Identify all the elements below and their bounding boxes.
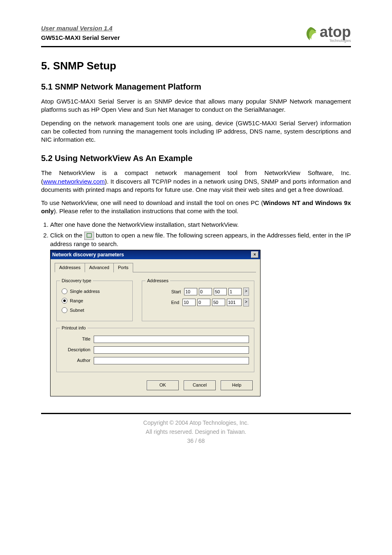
radio-icon (62, 307, 67, 313)
para-4: To use NetworkView, one will need to dow… (41, 199, 351, 216)
rights: All rights reserved. Designed in Taiwan. (41, 427, 351, 436)
printout-info-group: Printout info Title Description Author (56, 328, 254, 372)
page-number: 36 / 68 (41, 436, 351, 445)
para-1: Atop GW51C-MAXI Serial Server is an SNMP… (41, 97, 351, 114)
tab-ports[interactable]: Ports (113, 263, 133, 272)
para-2: Depending on the network management tool… (41, 119, 351, 144)
instruction-list: After one have done the NetworkView inst… (41, 221, 351, 396)
network-discovery-dialog: Network discovery parameters × Addresses… (50, 250, 261, 396)
radio-icon (62, 298, 67, 304)
page-header: User manual Version 1.4 GW51C-MAXI Seria… (41, 25, 351, 47)
description-input[interactable] (94, 346, 249, 354)
heading-1: 5. SNMP Setup (41, 60, 351, 72)
cancel-button[interactable]: Cancel (184, 380, 216, 390)
tab-advanced[interactable]: Advanced (85, 263, 114, 272)
radio-icon (62, 288, 67, 294)
end-spin[interactable]: > (243, 298, 249, 306)
start-ip-3[interactable]: 50 (214, 288, 227, 295)
addresses-group: Addresses Start 10 0 50 1 > End (142, 281, 254, 321)
page-footer: Copyright © 2004 Atop Technologies, Inc.… (41, 413, 351, 446)
group-legend: Printout info (60, 325, 88, 331)
logo-text: atop (320, 25, 351, 39)
end-ip-3[interactable]: 50 (212, 299, 225, 306)
doc-title: User manual Version 1.4 (41, 25, 120, 32)
group-legend: Addresses (145, 278, 170, 284)
start-label: Start (164, 289, 181, 295)
para-3: The NetworkView is a compact network man… (41, 169, 351, 194)
start-spin[interactable]: > (243, 288, 249, 296)
doc-subtitle: GW51C-MAXI Serial Server (41, 34, 120, 41)
networkview-link[interactable]: www.networkview.com (43, 178, 105, 185)
title-label: Title (62, 336, 90, 342)
author-label: Author (62, 357, 90, 364)
logo: atop Technologies (302, 25, 351, 43)
end-ip-1[interactable]: 10 (182, 299, 196, 306)
radio-single-address[interactable]: Single address (62, 288, 127, 295)
copyright: Copyright © 2004 Atop Technologies, Inc. (41, 418, 351, 427)
end-label: End (163, 299, 179, 306)
end-ip-2[interactable]: 0 (197, 299, 210, 306)
dialog-tabs: Addresses Advanced Ports (55, 263, 256, 272)
new-file-icon (84, 232, 94, 240)
heading-2b: 5.2 Using NetworkView As An Example (41, 154, 351, 163)
start-ip-1[interactable]: 10 (184, 288, 197, 295)
list-item: Click on the button to open a new file. … (50, 231, 351, 396)
logo-icon (302, 25, 319, 42)
end-ip-4[interactable]: 101 (227, 299, 242, 306)
dialog-title: Network discovery parameters (52, 251, 124, 258)
group-legend: Discovery type (60, 278, 93, 284)
list-item: After one have done the NetworkView inst… (50, 221, 351, 229)
author-input[interactable] (94, 357, 249, 364)
close-button[interactable]: × (251, 251, 258, 258)
tab-addresses[interactable]: Addresses (55, 263, 85, 272)
title-input[interactable] (94, 336, 249, 343)
radio-range[interactable]: Range (62, 298, 127, 304)
radio-subnet[interactable]: Subnet (62, 307, 127, 313)
help-button[interactable]: Help (221, 380, 253, 390)
ok-button[interactable]: OK (147, 380, 179, 390)
heading-2a: 5.1 SNMP Network Management Platform (41, 82, 351, 92)
start-ip-4[interactable]: 1 (228, 288, 242, 295)
description-label: Description (62, 347, 90, 353)
start-ip-2[interactable]: 0 (199, 288, 212, 295)
discovery-type-group: Discovery type Single address Range (56, 281, 133, 321)
dialog-titlebar: Network discovery parameters × (51, 250, 260, 259)
